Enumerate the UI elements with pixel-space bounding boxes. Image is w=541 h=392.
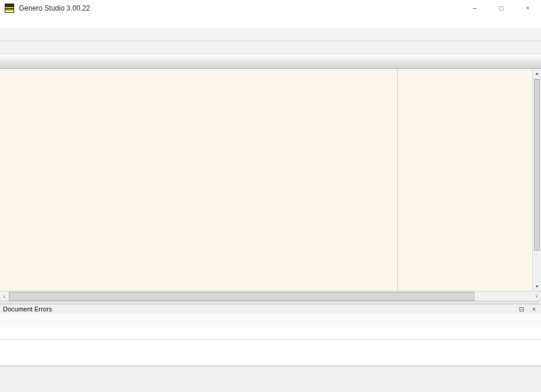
document-errors-panel-header: Document Errors ⊡ × [0,304,541,314]
scroll-left-arrow-icon[interactable]: ‹ [0,291,9,301]
menu-bar [0,16,541,28]
window-controls: – □ × [461,0,541,16]
editor-vertical-scrollbar[interactable]: ▲ ▼ [532,69,541,291]
scroll-down-arrow-icon[interactable]: ▼ [533,282,541,291]
title-bar: Genero Studio 3.00.22 – □ × [0,0,541,16]
code-editor[interactable]: ▲ ▼ [0,69,541,291]
minimize-button[interactable]: – [461,0,488,16]
panel-title-label: Document Errors [3,305,52,313]
window-title: Genero Studio 3.00.22 [19,4,90,12]
margin-ruler [397,69,398,291]
app-logo-icon [5,4,14,13]
errors-table [0,327,541,366]
horizontal-scroll-thumb[interactable] [9,292,474,301]
document-tab-bar [0,54,541,69]
bottom-panel-tab-bar [0,366,541,379]
maximize-button[interactable]: □ [488,0,514,16]
close-button[interactable]: × [514,0,541,16]
bottom-strip [0,379,541,381]
errors-table-empty-area [0,340,541,366]
error-filter-toolbar [0,314,541,327]
float-panel-icon[interactable]: ⊡ [517,305,526,313]
toolbar-edit [0,41,541,54]
toolbar-main [0,28,541,41]
editor-horizontal-scrollbar[interactable]: ‹ › [0,291,541,301]
vertical-scroll-thumb[interactable] [534,79,540,251]
scroll-right-arrow-icon[interactable]: › [532,291,541,301]
close-panel-icon[interactable]: × [530,305,538,313]
scroll-up-arrow-icon[interactable]: ▲ [533,69,541,78]
